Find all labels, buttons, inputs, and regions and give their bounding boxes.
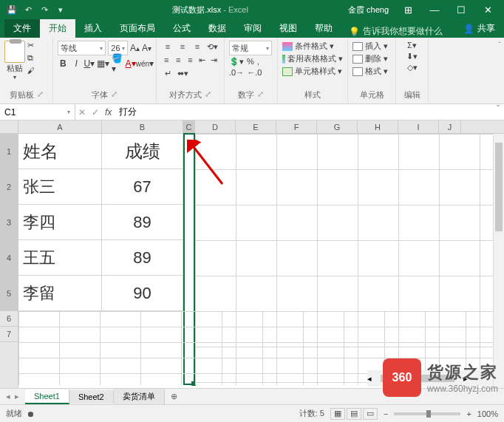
fill-icon[interactable]: ⬇▾: [406, 52, 418, 61]
sheet-tab-3[interactable]: 卖货清单: [114, 389, 165, 404]
undo-icon[interactable]: ↶: [21, 2, 35, 17]
maximize-icon[interactable]: ☐: [448, 0, 474, 19]
decrease-decimal-icon[interactable]: ←.0: [247, 68, 262, 77]
cell-styles-button[interactable]: 单元格样式 ▾: [282, 66, 343, 77]
tell-me-box[interactable]: 💡 告诉我你想要做什么: [349, 25, 443, 38]
clear-icon[interactable]: ◇▾: [407, 63, 418, 72]
col-header-h[interactable]: H: [358, 120, 398, 133]
col-header-i[interactable]: I: [398, 120, 439, 133]
redo-icon[interactable]: ↷: [37, 2, 52, 17]
merge-cells-icon[interactable]: ⬌▾: [176, 67, 189, 79]
formula-input[interactable]: 打分: [115, 104, 492, 120]
sheet-tab-1[interactable]: Sheet1: [25, 389, 69, 404]
font-name-combo[interactable]: 等线▾: [58, 41, 106, 55]
row-header-2[interactable]: 2: [0, 169, 18, 205]
accessibility-icon[interactable]: ⏺: [27, 409, 35, 418]
autosum-icon[interactable]: Σ▾: [407, 41, 417, 50]
percent-icon[interactable]: %: [247, 57, 254, 67]
user-name[interactable]: 金霞 cheng: [348, 4, 389, 16]
col-header-d[interactable]: D: [195, 120, 236, 133]
format-painter-icon[interactable]: [27, 66, 39, 76]
zoom-value[interactable]: 100%: [477, 409, 498, 418]
orientation-icon[interactable]: ⟲▾: [205, 41, 219, 52]
font-dialog-icon[interactable]: ⤢: [111, 89, 118, 101]
close-icon[interactable]: ✕: [474, 0, 501, 19]
align-top-icon[interactable]: ≡: [161, 41, 174, 52]
paste-button[interactable]: 粘贴 ▾: [4, 41, 25, 81]
align-center-icon[interactable]: ≡: [173, 54, 183, 66]
cell-b3[interactable]: 89: [102, 205, 183, 240]
border-button[interactable]: ▦▾: [97, 57, 109, 70]
col-header-g[interactable]: G: [317, 120, 358, 133]
share-button[interactable]: 👤 共享: [454, 19, 504, 38]
qat-more-icon[interactable]: ▾: [53, 2, 68, 17]
row-header-5[interactable]: 5: [0, 276, 18, 311]
tab-insert[interactable]: 插入: [75, 19, 111, 38]
copy-icon[interactable]: [27, 53, 39, 64]
bold-button[interactable]: B: [58, 57, 69, 70]
tab-data[interactable]: 数据: [200, 19, 235, 38]
tab-review[interactable]: 审阅: [235, 19, 270, 38]
tab-home[interactable]: 开始: [40, 19, 75, 38]
tab-file[interactable]: 文件: [4, 19, 40, 38]
save-icon[interactable]: 💾: [4, 2, 19, 17]
zoom-out-button[interactable]: −: [384, 409, 388, 418]
page-layout-view-icon[interactable]: ▤: [347, 408, 361, 420]
enter-formula-icon[interactable]: ✓: [92, 107, 99, 118]
align-bottom-icon[interactable]: ≡: [191, 41, 204, 52]
align-left-icon[interactable]: ≡: [161, 54, 171, 66]
increase-decimal-icon[interactable]: .0→: [229, 68, 244, 77]
wrap-text-icon[interactable]: ↵: [161, 67, 174, 79]
tab-formulas[interactable]: 公式: [164, 19, 200, 38]
zoom-in-button[interactable]: +: [466, 409, 471, 418]
cancel-formula-icon[interactable]: ✕: [78, 107, 86, 118]
phonetic-button[interactable]: wén▾: [138, 57, 151, 70]
conditional-format-button[interactable]: 条件格式 ▾: [282, 41, 343, 52]
insert-cells-button[interactable]: 插入 ▾: [353, 41, 391, 52]
name-box[interactable]: C1▾: [0, 104, 75, 120]
sheet-nav-next-icon[interactable]: ▸: [15, 392, 19, 401]
col-header-j[interactable]: J: [439, 120, 461, 133]
fx-icon[interactable]: fx: [105, 107, 112, 118]
cut-icon[interactable]: [27, 41, 39, 51]
fill-color-button[interactable]: 🪣▾: [112, 57, 123, 70]
col-header-c[interactable]: C: [183, 120, 195, 133]
normal-view-icon[interactable]: ▦: [330, 408, 345, 420]
row-header-1[interactable]: 1: [0, 134, 18, 169]
currency-icon[interactable]: 💲▾: [229, 57, 244, 67]
number-dialog-icon[interactable]: ⤢: [257, 89, 264, 101]
tab-view[interactable]: 视图: [270, 19, 306, 38]
minimize-icon[interactable]: —: [421, 0, 448, 19]
ribbon-options-icon[interactable]: ⊞: [395, 0, 421, 19]
zoom-slider[interactable]: [394, 412, 460, 415]
page-break-view-icon[interactable]: ▭: [363, 408, 378, 420]
expand-formula-bar-icon[interactable]: ˇ: [492, 104, 504, 120]
select-all-corner[interactable]: [0, 120, 18, 133]
cell-a1[interactable]: 姓名: [18, 134, 102, 169]
font-color-button[interactable]: A▾: [125, 57, 136, 70]
new-sheet-button[interactable]: ⊕: [165, 392, 183, 401]
row-header-7[interactable]: 7: [0, 327, 18, 342]
cell-b4[interactable]: 89: [102, 240, 183, 276]
delete-cells-button[interactable]: 删除 ▾: [353, 53, 391, 64]
cell-b2[interactable]: 67: [102, 169, 183, 205]
cell-a3[interactable]: 李四: [18, 205, 102, 240]
format-as-table-button[interactable]: 套用表格格式 ▾: [282, 53, 343, 64]
row-header-3[interactable]: 3: [0, 205, 18, 240]
cell-b5[interactable]: 90: [102, 276, 183, 311]
alignment-dialog-icon[interactable]: ⤢: [205, 89, 211, 101]
align-middle-icon[interactable]: ≡: [176, 41, 189, 52]
number-format-combo[interactable]: 常规▾: [229, 41, 272, 55]
col-header-f[interactable]: F: [276, 120, 317, 133]
grow-font-icon[interactable]: A▴: [130, 43, 140, 53]
col-header-a[interactable]: A: [18, 120, 102, 133]
tab-pagelayout[interactable]: 页面布局: [111, 19, 164, 38]
sheet-tab-2[interactable]: Sheet2: [69, 390, 114, 404]
cell-a2[interactable]: 张三: [18, 169, 102, 205]
italic-button[interactable]: I: [71, 57, 82, 70]
indent-dec-icon[interactable]: ⇤: [197, 54, 208, 66]
shrink-font-icon[interactable]: A▾: [142, 43, 151, 53]
sheet-nav-prev-icon[interactable]: ◂: [6, 392, 10, 401]
comma-icon[interactable]: ,: [257, 57, 259, 67]
clipboard-dialog-icon[interactable]: ⤢: [37, 89, 44, 101]
